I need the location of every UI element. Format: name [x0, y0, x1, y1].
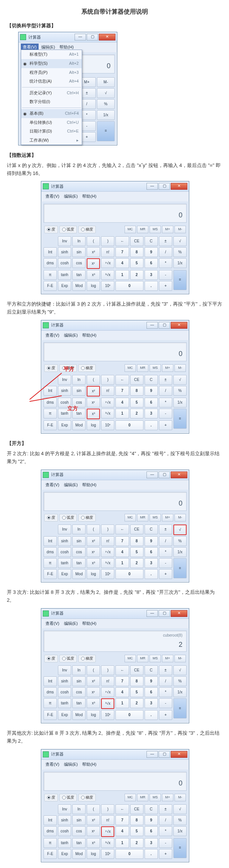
key--[interactable]: -: [159, 270, 172, 280]
key-mr[interactable]: MR: [137, 794, 148, 801]
key-dms[interactable]: dms: [44, 687, 57, 697]
key-C[interactable]: C: [145, 236, 158, 246]
key-ms[interactable]: MS: [150, 655, 161, 662]
menu-view[interactable]: 查看(V): [44, 761, 61, 768]
key-10ˣ[interactable]: 10ˣ: [101, 420, 114, 430]
key-5[interactable]: 5: [130, 258, 143, 268]
key-π[interactable]: π: [44, 270, 57, 280]
key-7[interactable]: 7: [115, 247, 129, 257]
key-mplus[interactable]: M+: [162, 364, 173, 372]
key-xʸ[interactable]: xʸ: [87, 687, 100, 697]
menu-help[interactable]: 帮助(H): [80, 761, 98, 768]
key-sqrt[interactable]: √: [173, 525, 187, 535]
key-recip[interactable]: 1/x: [97, 110, 115, 120]
key-mr[interactable]: MR: [137, 655, 148, 662]
key-Int[interactable]: Int: [44, 386, 57, 396]
menu-item[interactable]: ◉基本(B)Ctrl+F4: [21, 109, 82, 118]
minimize-button[interactable]: —: [146, 322, 158, 329]
key-*[interactable]: *: [159, 826, 172, 836]
key-tan[interactable]: tan: [72, 838, 86, 848]
key-x²[interactable]: x²: [87, 676, 100, 686]
radio-grad[interactable]: 梯度: [78, 364, 96, 372]
key-ms[interactable]: MS: [150, 226, 161, 233]
key-ln[interactable]: ln: [72, 804, 86, 814]
menu-edit[interactable]: 编辑(E): [62, 481, 80, 489]
key-5[interactable]: 5: [130, 687, 143, 697]
maximize-button[interactable]: ▢: [159, 471, 170, 478]
key-4[interactable]: 4: [115, 687, 129, 697]
key-sin[interactable]: sin: [72, 815, 86, 825]
key-1[interactable]: 1: [115, 558, 129, 568]
key-F-E[interactable]: F-E: [44, 281, 57, 291]
key-lparen[interactable]: (: [87, 804, 100, 814]
key-log[interactable]: log: [87, 420, 100, 430]
key--[interactable]: -: [159, 558, 172, 568]
key-ln[interactable]: ln: [72, 525, 86, 534]
key-Inv[interactable]: Inv: [58, 525, 71, 534]
key-%[interactable]: %: [173, 536, 187, 546]
key-Exp[interactable]: Exp: [58, 569, 71, 579]
radio-deg[interactable]: 度: [44, 226, 58, 233]
menu-view[interactable]: 查看(V): [44, 193, 61, 200]
key-C[interactable]: C: [145, 804, 158, 814]
key-10ˣ[interactable]: 10ˣ: [101, 710, 114, 720]
key-sinh[interactable]: sinh: [58, 386, 71, 396]
radio-grad[interactable]: 梯度: [78, 514, 96, 521]
key-0[interactable]: 0: [115, 710, 143, 720]
key-0[interactable]: 0: [115, 420, 143, 430]
key-cos[interactable]: cos: [72, 687, 86, 697]
key-2[interactable]: 2: [130, 558, 143, 568]
key-dms[interactable]: dms: [44, 826, 57, 836]
key-5[interactable]: 5: [130, 547, 143, 557]
key-Exp[interactable]: Exp: [58, 710, 71, 720]
key-mminus[interactable]: M-: [174, 655, 186, 662]
key-sinh[interactable]: sinh: [58, 676, 71, 686]
close-button[interactable]: ✕: [171, 183, 187, 190]
menu-item[interactable]: 标准型(T)Alt+1: [21, 50, 82, 59]
key-n![interactable]: n!: [101, 676, 114, 686]
key-x²[interactable]: x²: [87, 386, 100, 397]
key-F-E[interactable]: F-E: [44, 710, 57, 720]
key-+[interactable]: +: [159, 849, 172, 859]
key-←[interactable]: ←: [115, 804, 129, 814]
radio-rad[interactable]: 弧度: [59, 514, 77, 521]
key-cosh[interactable]: cosh: [58, 687, 71, 697]
key-C[interactable]: C: [145, 665, 158, 675]
radio-grad[interactable]: 梯度: [78, 794, 96, 801]
key-1[interactable]: 1: [115, 838, 129, 848]
key-CE[interactable]: CE: [130, 665, 143, 675]
key-π[interactable]: π: [44, 838, 57, 848]
key-sinh[interactable]: sinh: [58, 815, 71, 825]
key-π[interactable]: π: [44, 409, 57, 418]
key-*[interactable]: *: [159, 258, 172, 268]
key-0[interactable]: 0: [115, 281, 143, 291]
key-x³[interactable]: x³: [87, 409, 100, 419]
radio-rad[interactable]: 弧度: [59, 655, 77, 662]
key-mminus[interactable]: M-: [174, 226, 186, 233]
key--[interactable]: -: [159, 698, 172, 708]
key-C[interactable]: C: [145, 525, 158, 534]
key-tan[interactable]: tan: [72, 558, 86, 568]
radio-deg[interactable]: 度: [44, 655, 58, 662]
key-ʸ√x[interactable]: ʸ√x: [101, 826, 114, 837]
key-6[interactable]: 6: [145, 547, 158, 557]
key-eq[interactable]: =: [173, 558, 187, 578]
key-/[interactable]: /: [159, 676, 172, 686]
key-6[interactable]: 6: [145, 258, 158, 268]
key-1[interactable]: 1: [115, 409, 129, 418]
key-ʸ√x[interactable]: ʸ√x: [101, 547, 114, 557]
key-.[interactable]: .: [145, 420, 158, 430]
menu-item[interactable]: ◉科学型(S)Alt+2: [21, 59, 82, 68]
key-Inv[interactable]: Inv: [58, 236, 71, 246]
key-3[interactable]: 3: [145, 838, 158, 848]
key-1/x[interactable]: 1/x: [173, 398, 187, 407]
key-x²[interactable]: x²: [87, 247, 100, 257]
menu-edit[interactable]: 编辑(E): [62, 193, 80, 200]
key-sin[interactable]: sin: [72, 247, 86, 257]
key-n![interactable]: n!: [101, 247, 114, 257]
key-8[interactable]: 8: [130, 536, 143, 546]
key-rparen[interactable]: ): [101, 375, 114, 385]
key-Exp[interactable]: Exp: [58, 420, 71, 430]
key-ʸ√x[interactable]: ʸ√x: [101, 398, 114, 407]
maximize-button[interactable]: ▢: [159, 183, 170, 190]
